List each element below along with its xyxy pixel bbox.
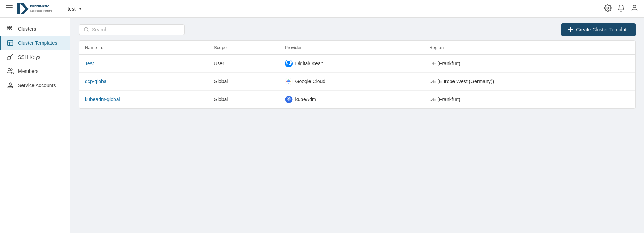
toolbar: Create Cluster Template xyxy=(79,23,636,36)
cell-name[interactable]: Test xyxy=(79,55,208,73)
svg-point-7 xyxy=(607,7,609,9)
project-selector[interactable]: test xyxy=(68,6,83,12)
svg-point-19 xyxy=(7,56,11,60)
svg-rect-22 xyxy=(8,86,12,88)
user-icon[interactable] xyxy=(631,4,638,13)
col-name[interactable]: Name ▲ xyxy=(79,41,208,55)
svg-rect-3 xyxy=(17,3,20,14)
provider-name: Google Cloud xyxy=(295,79,326,84)
cell-scope: Global xyxy=(208,91,279,109)
cell-name[interactable]: gcp-global xyxy=(79,73,208,91)
cell-scope: Global xyxy=(208,73,279,91)
svg-line-26 xyxy=(87,31,88,32)
create-button-label: Create Cluster Template xyxy=(576,27,629,32)
search-icon xyxy=(83,27,89,32)
cluster-templates-table: Name ▲ Scope Provider Region xyxy=(79,40,636,109)
digitalocean-logo xyxy=(285,60,293,67)
svg-marker-4 xyxy=(20,3,29,14)
table-row[interactable]: TestUser DigitalOceanDE (Frankfurt) xyxy=(79,55,635,73)
cell-region: DE (Europe West (Germany)) xyxy=(424,73,635,91)
sidebar-item-members[interactable]: Members xyxy=(0,64,70,78)
clusters-icon xyxy=(7,25,14,32)
template-name-link[interactable]: kubeadm-global xyxy=(85,97,120,102)
kubeadm-logo xyxy=(285,96,293,103)
cell-provider: Google Cloud xyxy=(279,73,424,91)
main-content: Create Cluster Template Name ▲ Scope xyxy=(70,18,644,233)
search-input[interactable] xyxy=(92,27,180,32)
topnav-actions xyxy=(604,4,638,13)
svg-rect-2 xyxy=(6,10,13,10)
sidebar-item-clusters-label: Clusters xyxy=(18,26,36,32)
sidebar-item-ssh-keys[interactable]: SSH Keys xyxy=(0,50,70,64)
chevron-down-icon xyxy=(78,6,83,11)
members-icon xyxy=(7,68,14,75)
svg-rect-1 xyxy=(6,7,13,8)
cell-provider: kubeAdm xyxy=(279,91,424,109)
sidebar: Clusters Cluster Templates xyxy=(0,18,70,233)
page-layout: Clusters Cluster Templates xyxy=(0,18,644,233)
table-row[interactable]: kubeadm-globalGlobal kubeAdmDE (Frankfur… xyxy=(79,91,635,109)
search-box[interactable] xyxy=(79,24,185,35)
svg-rect-16 xyxy=(8,41,13,46)
template-name-link[interactable]: Test xyxy=(85,61,94,66)
templates-icon xyxy=(7,39,14,47)
sidebar-item-members-label: Members xyxy=(18,68,38,74)
create-cluster-template-button[interactable]: Create Cluster Template xyxy=(561,23,636,36)
svg-point-8 xyxy=(633,5,636,8)
cell-region: DE (Frankfurt) xyxy=(424,55,635,73)
svg-rect-0 xyxy=(6,5,13,6)
template-name-link[interactable]: gcp-global xyxy=(85,79,108,84)
sort-asc-icon: ▲ xyxy=(100,45,104,50)
plus-icon xyxy=(568,27,573,32)
svg-rect-9 xyxy=(7,26,10,28)
app-logo: KUBERMATIC Kubernetes Platform xyxy=(17,3,59,14)
svg-point-30 xyxy=(288,98,289,100)
svg-text:Kubernetes Platform: Kubernetes Platform xyxy=(30,9,52,12)
cell-region: DE (Frankfurt) xyxy=(424,91,635,109)
svg-point-25 xyxy=(84,27,88,31)
svg-text:KUBERMATIC: KUBERMATIC xyxy=(30,5,49,8)
svg-point-21 xyxy=(9,83,12,85)
sidebar-item-cluster-templates[interactable]: Cluster Templates xyxy=(0,36,70,50)
menu-icon[interactable] xyxy=(6,4,13,13)
col-provider: Provider xyxy=(279,41,424,55)
key-icon xyxy=(7,54,14,61)
col-region: Region xyxy=(424,41,635,55)
sidebar-item-service-accounts-label: Service Accounts xyxy=(18,82,56,88)
svg-rect-10 xyxy=(10,26,12,28)
col-scope: Scope xyxy=(208,41,279,55)
svg-point-20 xyxy=(8,69,11,71)
table-header-row: Name ▲ Scope Provider Region xyxy=(79,41,635,55)
provider-name: kubeAdm xyxy=(295,97,316,102)
sidebar-item-clusters[interactable]: Clusters xyxy=(0,22,70,36)
provider-name: DigitalOcean xyxy=(295,61,324,66)
project-name: test xyxy=(68,6,76,12)
service-accounts-icon xyxy=(7,82,14,89)
sidebar-item-ssh-keys-label: SSH Keys xyxy=(18,54,40,60)
cell-scope: User xyxy=(208,55,279,73)
topnav: KUBERMATIC Kubernetes Platform test xyxy=(0,0,644,18)
cell-provider: DigitalOcean xyxy=(279,55,424,73)
notifications-icon[interactable] xyxy=(617,4,625,13)
sidebar-item-cluster-templates-label: Cluster Templates xyxy=(18,40,57,46)
google-cloud-logo xyxy=(285,78,293,85)
cell-name[interactable]: kubeadm-global xyxy=(79,91,208,109)
settings-icon[interactable] xyxy=(604,4,612,13)
table-row[interactable]: gcp-globalGlobal Google CloudDE (Europe … xyxy=(79,73,635,91)
sidebar-item-service-accounts[interactable]: Service Accounts xyxy=(0,78,70,92)
